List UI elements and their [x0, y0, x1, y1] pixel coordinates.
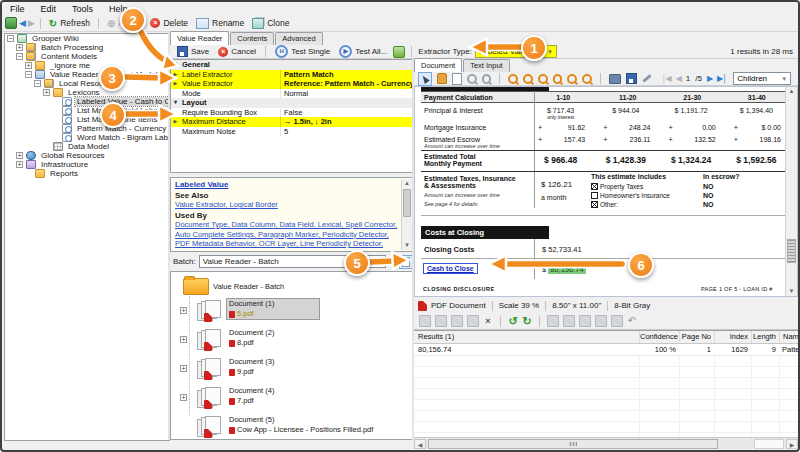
undo-icon[interactable]: ↶	[627, 316, 637, 326]
last-page-icon[interactable]: ▶│	[717, 74, 726, 83]
scroll-up-icon[interactable]: ▲	[402, 179, 412, 188]
next-page-icon[interactable]: ▶	[707, 74, 712, 83]
tree-item-lexicons[interactable]: Lexicons	[5, 88, 169, 97]
cash-to-close-label[interactable]: Cash to Close	[423, 263, 478, 274]
page-number[interactable]: 1	[686, 74, 690, 83]
copy-page-icon[interactable]	[595, 315, 607, 327]
col-index[interactable]: Index	[714, 331, 751, 343]
document-scrollbar[interactable]: ▲ ▼	[785, 87, 797, 296]
document-title[interactable]: Document (3)	[227, 357, 276, 366]
tree-item-batch-processing[interactable]: Batch Processing	[5, 43, 169, 52]
tree-item-ignore-me[interactable]: _ignore me	[5, 61, 169, 70]
tree-item-list-match-field-labels[interactable]: List Match - Field Labels	[5, 106, 169, 115]
result-row[interactable]: 80,156.74 100 % 1 1629 9 Pattern	[414, 344, 798, 356]
zoom-select-icon[interactable]	[467, 74, 477, 84]
crop-icon[interactable]	[579, 315, 591, 327]
select-tool-button[interactable]	[418, 72, 432, 86]
expand-icon[interactable]	[180, 394, 187, 401]
document-title[interactable]: Document (5)	[227, 415, 276, 424]
menu-edit[interactable]: Edit	[33, 3, 65, 15]
zoom-actual-icon[interactable]	[538, 74, 548, 84]
property-group-layout[interactable]: ▾Layout	[171, 98, 412, 108]
zoom-region-icon[interactable]	[582, 74, 592, 84]
batch-root-label[interactable]: Value Reader - Batch	[213, 282, 284, 291]
settings-wrench-icon[interactable]	[642, 74, 651, 82]
test-single-button[interactable]: HTest Single	[272, 44, 333, 59]
col-name[interactable]: Name	[779, 331, 798, 343]
property-row-require-bounding-box[interactable]: Require Bounding BoxFalse	[171, 108, 412, 118]
expand-icon[interactable]: ▶	[171, 117, 180, 127]
clone-button[interactable]: Clone	[249, 17, 292, 30]
tree-item-labeled-value-cash-to-close[interactable]: Labeled Value - Cash to Close	[5, 97, 169, 106]
document-stack-icon[interactable]	[197, 329, 223, 349]
cancel-button[interactable]: ×Cancel	[215, 46, 259, 58]
collapse-icon[interactable]	[7, 35, 14, 42]
menu-file[interactable]: File	[2, 3, 33, 15]
document-file[interactable]: 9.pdf	[237, 367, 254, 377]
rotate-right-icon[interactable]: ↻	[522, 316, 532, 326]
document-title[interactable]: Document (2)	[227, 328, 276, 337]
extract-page-icon[interactable]	[435, 315, 447, 327]
splitter-left[interactable]	[168, 32, 170, 440]
document-file[interactable]: 7.pdf	[237, 396, 254, 406]
collapse-icon[interactable]	[25, 71, 32, 78]
scroll-left-icon[interactable]: ◀	[414, 439, 426, 449]
see-also-links[interactable]: Value Extractor, Logical Border	[175, 200, 278, 209]
status-page-size[interactable]: 8.50" x 11.00"	[552, 301, 601, 310]
batch-filter-icon[interactable]: ↑↓	[389, 258, 396, 265]
col-length[interactable]: Length	[751, 331, 779, 343]
property-row-mode[interactable]: ModeNormal	[171, 89, 412, 99]
despeckle-icon[interactable]	[547, 315, 559, 327]
back-icon[interactable]: ◀	[19, 18, 26, 28]
print-icon[interactable]	[609, 74, 622, 84]
tab-text-input[interactable]: Text Input	[463, 59, 510, 72]
delete-page-icon[interactable]: ×	[483, 316, 493, 326]
zoom-out-icon[interactable]	[523, 74, 533, 84]
tree-item-pattern-match-currency[interactable]: Pattern Match - Currency	[5, 124, 169, 133]
replace-page-icon[interactable]	[467, 315, 479, 327]
scrollbar-thumb[interactable]	[787, 239, 796, 263]
edit-page-icon[interactable]	[611, 315, 623, 327]
first-page-icon[interactable]: │◀	[661, 74, 670, 83]
expand-icon[interactable]: ▶	[171, 70, 180, 80]
batch-folder-icon[interactable]	[183, 278, 209, 295]
used-by-links[interactable]: Document Type, Data Column, Data Field, …	[175, 220, 397, 252]
tab-contents[interactable]: Contents	[230, 32, 274, 45]
tree-item-grooper-wiki[interactable]: Grooper Wiki	[5, 34, 169, 43]
pan-tool-icon[interactable]	[437, 73, 448, 84]
collapse-icon[interactable]	[16, 53, 23, 60]
help-scrollbar[interactable]: ▲ ▼	[401, 179, 412, 250]
scroll-down-icon[interactable]: ▼	[786, 287, 797, 296]
refresh-button[interactable]: ↻Refresh	[46, 17, 93, 29]
document-file[interactable]: 5.pdf	[237, 309, 254, 319]
tree-item-data-model[interactable]: Data Model	[5, 142, 169, 151]
document-title[interactable]: Document (4)	[227, 386, 276, 395]
expand-icon[interactable]	[16, 152, 23, 159]
delete-button[interactable]: ×Delete	[147, 17, 191, 29]
expand-icon[interactable]: ▶	[171, 79, 180, 89]
status-scale[interactable]: Scale 39 %	[499, 301, 539, 310]
property-row-maximum-noise[interactable]: Maximum Noise5	[171, 127, 412, 137]
preview-toggle-button[interactable]	[399, 255, 413, 269]
tree-item-value-reader-content-model[interactable]: Value Reader - Content Model	[5, 70, 169, 79]
append-page-icon[interactable]	[451, 315, 463, 327]
tree-item-word-match-bigram-labels[interactable]: Word Match - Bigram Labels	[5, 133, 169, 142]
tree-item-global-resources[interactable]: Global Resources	[5, 151, 169, 160]
scope-dropdown[interactable]: Children▼	[733, 72, 791, 85]
batch-document-3[interactable]: Document (3)9.pdf	[171, 356, 411, 384]
batch-document-2[interactable]: Document (2)8.pdf	[171, 327, 411, 355]
scroll-down-icon[interactable]: ▼	[402, 241, 412, 250]
expand-icon[interactable]	[180, 365, 187, 372]
batch-document-4[interactable]: Document (4)7.pdf	[171, 385, 411, 413]
diagnostics-icon[interactable]	[393, 46, 405, 58]
zoom-fit-icon[interactable]	[553, 74, 563, 84]
matched-value-highlight[interactable]: 80,156.74	[548, 265, 585, 274]
app-icon[interactable]	[5, 17, 17, 29]
expand-icon[interactable]	[180, 307, 187, 314]
zoom-page-icon[interactable]	[482, 74, 492, 84]
status-doc-type[interactable]: PDF Document	[431, 301, 486, 310]
col-confidence[interactable]: Confidence	[639, 331, 679, 343]
document-file[interactable]: Cow App - Licensee - Positions Filled.pd…	[237, 425, 373, 435]
document-file[interactable]: 8.pdf	[237, 338, 254, 348]
add-region-icon[interactable]	[452, 73, 462, 85]
